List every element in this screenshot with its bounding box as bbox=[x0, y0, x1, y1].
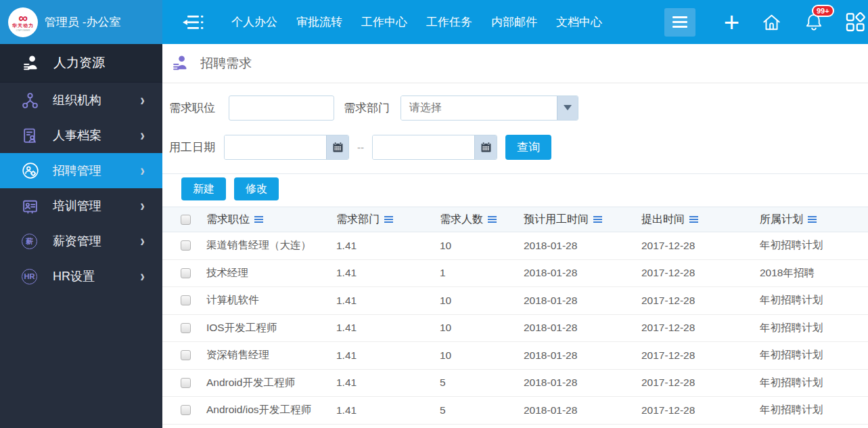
cell-plan: 2018年招聘 bbox=[760, 266, 868, 280]
chevron-down-icon bbox=[564, 105, 572, 110]
sidebar-item-label: 培训管理 bbox=[53, 198, 140, 214]
apps-menu-icon[interactable] bbox=[664, 8, 695, 37]
calendar-button-to[interactable] bbox=[474, 135, 497, 159]
company-logo[interactable]: ∞ 华天动力 CNPOWER bbox=[8, 7, 38, 37]
sidebar-item-label: 招聘管理 bbox=[53, 163, 140, 179]
column-menu-icon[interactable] bbox=[689, 216, 698, 223]
recruitment-icon bbox=[22, 162, 41, 179]
sidebar-item[interactable]: 培训管理 › bbox=[0, 188, 162, 223]
cell-submit-time: 2017-12-28 bbox=[641, 240, 760, 252]
notifications-bell-icon[interactable]: 99+ bbox=[804, 12, 824, 33]
column-menu-icon[interactable] bbox=[808, 216, 817, 223]
sidebar-item-label: 组织机构 bbox=[53, 92, 140, 108]
table-row[interactable]: 计算机软件 1.41 10 2018-01-28 2017-12-28 年初招聘… bbox=[162, 287, 868, 315]
plus-icon[interactable]: + bbox=[724, 9, 739, 36]
header-right-icons: + 99+ bbox=[664, 8, 868, 37]
table-row[interactable]: 技术经理 1.41 1 2018-01-28 2017-12-28 2018年招… bbox=[162, 260, 868, 288]
column-label: 需求部门 bbox=[336, 213, 380, 227]
cell-department: 1.41 bbox=[336, 267, 440, 279]
table-row[interactable]: 资深销售经理 1.41 10 2018-01-28 2017-12-28 年初招… bbox=[162, 342, 868, 370]
date-to-input[interactable] bbox=[373, 135, 474, 159]
column-menu-icon[interactable] bbox=[384, 216, 393, 223]
cell-plan: 年初招聘计划 bbox=[760, 321, 868, 335]
row-checkbox[interactable] bbox=[181, 323, 191, 333]
table-body: 渠道销售经理（大连） 1.41 10 2018-01-28 2017-12-28… bbox=[162, 232, 868, 425]
cell-position: IOS开发工程师 bbox=[206, 321, 336, 335]
column-menu-icon[interactable] bbox=[254, 216, 263, 223]
cell-plan: 年初招聘计划 bbox=[760, 376, 868, 390]
row-checkbox[interactable] bbox=[181, 240, 191, 251]
table-column-header[interactable]: 需求职位 bbox=[206, 213, 336, 227]
row-checkbox[interactable] bbox=[181, 268, 191, 278]
cell-position: 技术经理 bbox=[206, 266, 336, 280]
cell-submit-time: 2017-12-28 bbox=[641, 267, 760, 279]
top-nav-item[interactable]: 工作中心 bbox=[352, 0, 417, 44]
top-nav-item[interactable]: 工作任务 bbox=[417, 0, 482, 44]
new-button[interactable]: 新建 bbox=[181, 177, 226, 200]
table-column-header[interactable]: 需求部门 bbox=[336, 213, 440, 227]
cell-position: Android/ios开发工程师 bbox=[206, 403, 336, 417]
top-nav-item[interactable]: 审批流转 bbox=[287, 0, 352, 44]
table-column-header[interactable]: 预计用工时间 bbox=[524, 213, 641, 227]
filter-row-1: 需求职位 需求部门 请选择 bbox=[169, 95, 868, 121]
sidebar-items: 组织机构 › 人事档案 › 招聘管理 › 培训管理 › 薪 薪资管理 bbox=[0, 83, 162, 294]
app-grid-icon[interactable] bbox=[844, 12, 867, 33]
table-row[interactable]: IOS开发工程师 1.41 10 2018-01-28 2017-12-28 年… bbox=[162, 315, 868, 343]
cell-department: 1.41 bbox=[336, 349, 440, 362]
edit-button[interactable]: 修改 bbox=[234, 177, 279, 200]
table-row[interactable]: Android/ios开发工程师 1.41 5 2018-01-28 2017-… bbox=[162, 397, 868, 425]
column-menu-icon[interactable] bbox=[593, 216, 602, 223]
table-header-cell: 所属计划 bbox=[760, 213, 868, 227]
select-all-checkbox[interactable] bbox=[181, 215, 191, 225]
cell-submit-time: 2017-12-28 bbox=[641, 295, 760, 307]
date-from-input[interactable] bbox=[225, 135, 326, 159]
cell-department: 1.41 bbox=[336, 295, 440, 307]
calendar-icon bbox=[332, 142, 344, 153]
employment-date-label: 用工日期 bbox=[169, 140, 224, 155]
sidebar-item[interactable]: 组织机构 › bbox=[0, 83, 162, 118]
table-column-header[interactable]: 所属计划 bbox=[760, 213, 868, 227]
calendar-icon bbox=[480, 142, 492, 153]
sidebar-item[interactable]: 招聘管理 › bbox=[0, 153, 162, 188]
search-button[interactable]: 查询 bbox=[505, 135, 551, 160]
top-nav-item[interactable]: 内部邮件 bbox=[482, 0, 547, 44]
date-to-group bbox=[372, 135, 497, 160]
table-row[interactable]: Android开发工程师 1.41 5 2018-01-28 2017-12-2… bbox=[162, 370, 868, 398]
sidebar-item[interactable]: HR HR设置 › bbox=[0, 259, 162, 294]
sidebar-item[interactable]: 薪 薪资管理 › bbox=[0, 223, 162, 259]
main-content: 招聘需求 需求职位 需求部门 请选择 用工日期 bbox=[162, 44, 868, 428]
position-input[interactable] bbox=[229, 95, 334, 121]
column-label: 需求职位 bbox=[206, 213, 250, 227]
cell-position: 计算机软件 bbox=[206, 293, 336, 307]
row-checkbox[interactable] bbox=[181, 295, 191, 305]
cell-position: 渠道销售经理（大连） bbox=[206, 238, 336, 253]
cell-expected-date: 2018-01-28 bbox=[524, 349, 641, 362]
table-row[interactable]: 渠道销售经理（大连） 1.41 10 2018-01-28 2017-12-28… bbox=[162, 232, 868, 260]
cell-department: 1.41 bbox=[336, 377, 440, 389]
dropdown-button[interactable] bbox=[557, 96, 578, 120]
row-checkbox[interactable] bbox=[181, 378, 191, 388]
sidebar-item-label: HR设置 bbox=[53, 268, 140, 284]
cell-submit-time: 2017-12-28 bbox=[641, 404, 760, 416]
filter-row-2: 用工日期 -- bbox=[169, 134, 868, 160]
department-select[interactable]: 请选择 bbox=[401, 95, 578, 121]
top-nav-item[interactable]: 个人办公 bbox=[222, 0, 287, 44]
collapse-sidebar-icon[interactable] bbox=[183, 14, 207, 31]
cell-plan: 年初招聘计划 bbox=[760, 293, 868, 307]
brand-name: 华天动力 bbox=[12, 23, 34, 28]
column-menu-icon[interactable] bbox=[488, 216, 497, 223]
table-column-header[interactable]: 提出时间 bbox=[641, 213, 760, 227]
sidebar-section-hr[interactable]: 人力资源 bbox=[0, 44, 162, 83]
home-icon[interactable] bbox=[761, 12, 782, 33]
sidebar-item[interactable]: 人事档案 › bbox=[0, 118, 162, 153]
row-checkbox[interactable] bbox=[181, 405, 191, 415]
row-checkbox[interactable] bbox=[181, 350, 191, 360]
filter-panel: 需求职位 需求部门 请选择 用工日期 bbox=[162, 83, 868, 160]
top-nav-item[interactable]: 文档中心 bbox=[547, 0, 612, 44]
table-header-cell: 需求部门 bbox=[336, 213, 440, 227]
cell-submit-time: 2017-12-28 bbox=[641, 349, 760, 362]
sidebar-item-label: 人事档案 bbox=[53, 127, 140, 144]
action-buttons: 新建 修改 bbox=[162, 174, 868, 207]
calendar-button-from[interactable] bbox=[326, 135, 348, 159]
table-column-header[interactable]: 需求人数 bbox=[440, 213, 524, 227]
